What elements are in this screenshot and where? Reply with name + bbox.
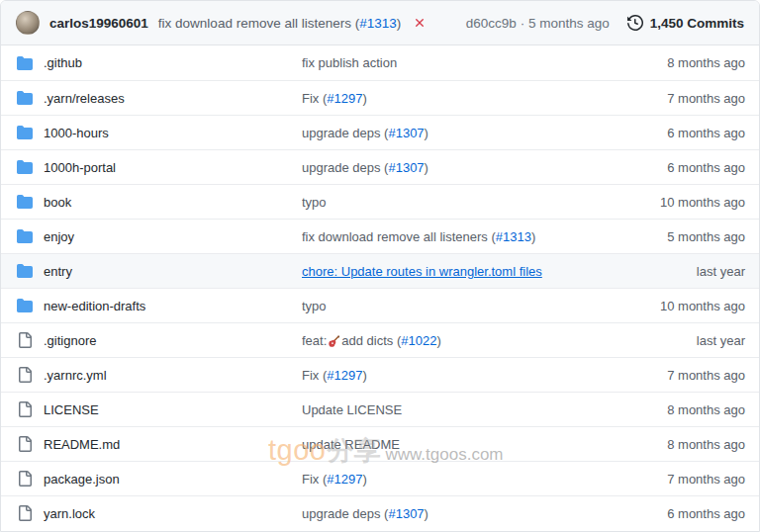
- file-name-link[interactable]: .gitignore: [44, 333, 96, 348]
- commit-age: 6 months ago: [611, 126, 759, 140]
- commit-message-link[interactable]: #1297: [327, 91, 362, 106]
- commit-message[interactable]: fix download remove all listeners (#1313…: [158, 16, 401, 31]
- commit-age: 8 months ago: [611, 402, 759, 417]
- file-name-cell: package.json: [1, 471, 302, 487]
- file-name-cell: 1000h-portal: [1, 159, 302, 175]
- history-icon: [627, 15, 643, 31]
- commit-message-text: typo: [302, 195, 327, 210]
- file-row[interactable]: 1000h-portal upgrade deps (#1307) 6 mont…: [1, 149, 759, 184]
- row-commit-message-cell[interactable]: Fix (#1297): [302, 472, 611, 487]
- file-name-link[interactable]: package.json: [44, 472, 120, 487]
- file-row[interactable]: entry chore: Update routes in wrangler.t…: [1, 253, 759, 288]
- row-commit-message-cell[interactable]: update README: [302, 437, 611, 452]
- commit-message-text: fix publish action: [302, 55, 397, 70]
- row-commit-message-cell[interactable]: feat: add dicts (#1022): [302, 333, 611, 348]
- commit-message-text: fix download remove all listeners (: [158, 16, 359, 31]
- latest-commit-header: carlos19960601 fix download remove all l…: [1, 1, 759, 45]
- commit-message-text: add dicts (: [341, 333, 401, 348]
- avatar[interactable]: [16, 11, 40, 35]
- file-name-cell: .yarnrc.yml: [1, 367, 302, 383]
- file-name-cell: new-edition-drafts: [1, 298, 302, 313]
- file-name-link[interactable]: yarn.lock: [44, 506, 95, 521]
- row-commit-message-cell[interactable]: Fix (#1297): [302, 368, 611, 383]
- file-row[interactable]: .gitignore feat: add dicts (#1022) last …: [1, 322, 759, 357]
- file-row[interactable]: .yarnrc.yml Fix (#1297) 7 months ago: [1, 357, 759, 392]
- file-row[interactable]: new-edition-drafts typo 10 months ago: [1, 288, 759, 322]
- commit-message-text: update README: [302, 437, 400, 452]
- file-row[interactable]: .github fix publish action 8 months ago: [1, 45, 759, 80]
- row-commit-message-cell[interactable]: typo: [302, 195, 611, 210]
- file-row[interactable]: package.json Fix (#1297) 7 months ago: [1, 461, 759, 495]
- row-commit-message-cell[interactable]: typo: [302, 299, 611, 313]
- row-commit-message-cell[interactable]: fix publish action: [302, 55, 611, 70]
- commit-age: 6 months ago: [611, 506, 759, 521]
- commit-message-text: Fix (: [302, 472, 327, 487]
- commit-pr-link[interactable]: #1313: [359, 16, 397, 31]
- file-list: .github fix publish action 8 months ago …: [1, 45, 759, 530]
- file-name-cell: entry: [1, 263, 302, 279]
- commit-message-link[interactable]: #1307: [388, 160, 424, 175]
- ci-failed-x-icon[interactable]: [413, 16, 427, 30]
- file-name-link[interactable]: book: [44, 195, 71, 210]
- commit-message-link[interactable]: #1313: [496, 229, 531, 244]
- file-name-link[interactable]: new-edition-drafts: [44, 299, 145, 313]
- file-name-cell: yarn.lock: [1, 505, 302, 521]
- commit-age: 6 months ago: [611, 160, 759, 175]
- row-commit-message-cell[interactable]: fix download remove all listeners (#1313…: [302, 229, 611, 244]
- commit-message-text: Fix (: [302, 368, 327, 383]
- row-commit-message-cell[interactable]: upgrade deps (#1307): [302, 506, 611, 521]
- file-row[interactable]: LICENSE Update LICENSE 8 months ago: [1, 392, 759, 426]
- file-name-cell: enjoy: [1, 228, 302, 244]
- file-icon: [17, 436, 33, 452]
- file-row[interactable]: .yarn/releases Fix (#1297) 7 months ago: [1, 80, 759, 115]
- file-row[interactable]: enjoy fix download remove all listeners …: [1, 219, 759, 253]
- commit-age: 10 months ago: [611, 195, 759, 210]
- commit-author[interactable]: carlos19960601: [49, 16, 148, 31]
- commit-age: last year: [611, 264, 759, 279]
- file-name-cell: .yarn/releases: [1, 90, 302, 106]
- file-name-cell: README.md: [1, 436, 302, 452]
- commit-age: last year: [611, 333, 759, 348]
- file-row[interactable]: yarn.lock upgrade deps (#1307) 6 months …: [1, 495, 759, 530]
- file-name-cell: book: [1, 194, 302, 210]
- commit-age: 7 months ago: [611, 91, 759, 106]
- commit-sha[interactable]: d60cc9b: [466, 16, 517, 31]
- commit-message-link[interactable]: #1307: [388, 506, 424, 521]
- commit-age: 5 months ago: [611, 229, 759, 244]
- commit-age: 8 months ago: [611, 437, 759, 452]
- file-name-link[interactable]: .github: [44, 55, 82, 70]
- commit-message-text: Update LICENSE: [302, 402, 402, 417]
- folder-icon: [17, 298, 33, 313]
- file-name-link[interactable]: 1000-hours: [44, 126, 109, 140]
- row-commit-message-cell[interactable]: Fix (#1297): [302, 91, 611, 106]
- file-row[interactable]: 1000-hours upgrade deps (#1307) 6 months…: [1, 115, 759, 149]
- commit-age: 8 months ago: [611, 55, 759, 70]
- commit-time: 5 months ago: [528, 16, 610, 31]
- row-commit-message-cell[interactable]: upgrade deps (#1307): [302, 160, 611, 175]
- row-commit-message-cell[interactable]: Update LICENSE: [302, 402, 611, 417]
- commit-message-link[interactable]: #1307: [388, 126, 424, 140]
- row-commit-message-cell[interactable]: upgrade deps (#1307): [302, 126, 611, 140]
- file-name-link[interactable]: 1000h-portal: [44, 160, 116, 175]
- commit-message-text: ): [362, 91, 366, 106]
- file-name-link[interactable]: entry: [44, 264, 72, 279]
- file-name-link[interactable]: .yarnrc.yml: [44, 368, 107, 383]
- folder-icon: [17, 55, 33, 71]
- row-commit-message-cell[interactable]: chore: Update routes in wrangler.toml fi…: [302, 264, 611, 279]
- commit-message-text: feat:: [302, 333, 327, 348]
- commits-count[interactable]: 1,450 Commits: [650, 16, 744, 31]
- file-row[interactable]: book typo 10 months ago: [1, 184, 759, 219]
- commit-message-link[interactable]: chore: Update routes in wrangler.toml fi…: [302, 264, 542, 279]
- commit-message-text: ): [425, 126, 428, 140]
- commit-message-text: ): [362, 472, 366, 487]
- commit-message-link[interactable]: #1297: [327, 368, 362, 383]
- commit-message-link[interactable]: #1297: [327, 472, 362, 487]
- commit-message-link[interactable]: #1022: [401, 333, 436, 348]
- file-name-link[interactable]: LICENSE: [44, 402, 99, 417]
- file-name-link[interactable]: .yarn/releases: [44, 91, 125, 106]
- file-name-link[interactable]: enjoy: [44, 229, 74, 244]
- file-name-cell: .github: [1, 55, 302, 71]
- file-row[interactable]: README.md update README 8 months ago: [1, 426, 759, 461]
- file-icon: [17, 505, 33, 521]
- file-name-link[interactable]: README.md: [44, 437, 120, 452]
